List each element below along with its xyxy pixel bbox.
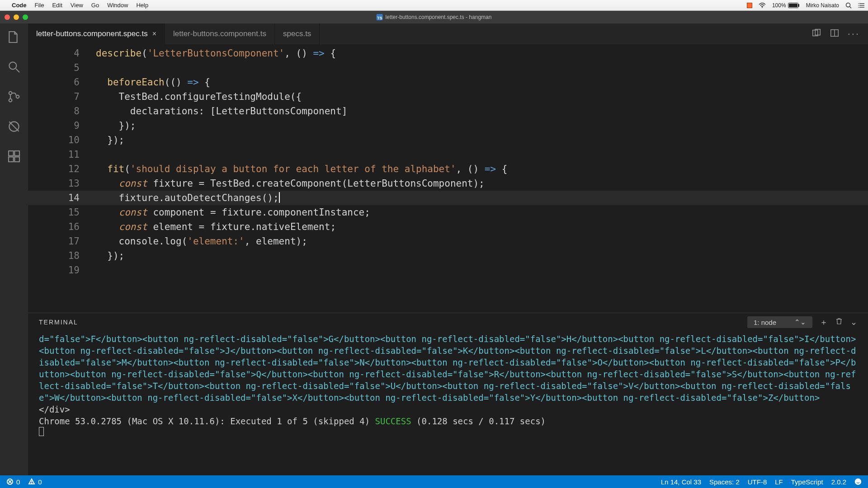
code-line[interactable]: 12 fit('should display a button for each… [28,162,868,176]
code-line[interactable]: 19 [28,263,868,277]
code-line[interactable]: 9 }); [28,118,868,133]
activity-extensions-icon[interactable] [7,149,21,165]
spotlight-icon[interactable] [845,2,852,9]
svg-point-32 [855,479,861,485]
code-line[interactable]: 4describe('LetterButtonsComponent', () =… [28,46,868,61]
menu-edit[interactable]: Edit [52,2,62,9]
activity-search-icon[interactable] [7,60,21,76]
line-number: 4 [28,46,96,61]
mac-menu-bar: Code File Edit View Go Window Help 100% … [0,0,868,11]
line-number: 9 [28,118,96,133]
line-number: 18 [28,249,96,263]
line-number: 5 [28,61,96,75]
window-close-icon[interactable] [5,14,10,20]
code-line[interactable]: 18 }); [28,249,868,263]
status-eol[interactable]: LF [775,478,783,486]
split-editor-icon[interactable] [830,28,840,40]
status-errors[interactable]: 0 [6,478,20,486]
activity-debug-icon[interactable] [7,119,21,136]
menu-window[interactable]: Window [107,2,128,9]
status-spaces[interactable]: Spaces: 2 [709,478,740,486]
svg-point-11 [858,7,859,8]
line-number: 19 [28,263,96,277]
window-minimize-icon[interactable] [14,14,19,20]
status-bar: 0 0 Ln 14, Col 33 Spaces: 2 UTF-8 LF Typ… [0,475,868,488]
line-number: 17 [28,234,96,249]
svg-point-12 [9,62,16,69]
terminal-kill-icon[interactable] [828,317,843,327]
activity-explorer-icon[interactable] [7,30,21,46]
tab-close-icon[interactable]: × [152,30,156,38]
svg-point-4 [846,3,850,7]
code-line[interactable]: 17 console.log('element:', element); [28,234,868,249]
code-line[interactable]: 7 TestBed.configureTestingModule({ [28,89,868,104]
code-line[interactable]: 15 const component = fixture.componentIn… [28,205,868,220]
terminal-new-icon[interactable]: ＋ [820,317,828,328]
svg-point-33 [857,480,858,481]
panel-toggle-icon[interactable]: ⌄ [850,317,857,327]
code-line[interactable]: 10 }); [28,133,868,147]
menu-app[interactable]: Code [12,2,27,9]
line-number: 11 [28,147,96,162]
battery-status[interactable]: 100% [772,2,800,9]
code-content: fixture.autoDetectChanges(); [96,191,280,205]
code-line[interactable]: 5 [28,61,868,75]
tab-specs[interactable]: specs.ts [275,23,320,44]
status-warnings[interactable]: 0 [28,478,42,486]
terminal-output[interactable]: d="false">F</button><button ng-reflect-d… [28,331,868,475]
more-actions-icon[interactable]: ··· [848,28,860,40]
wifi-icon[interactable] [759,3,766,8]
window-zoom-icon[interactable] [23,14,28,20]
code-content: declarations: [LetterButtonsComponent] [96,104,347,118]
code-line[interactable]: 6 beforeEach(() => { [28,75,868,89]
code-content: }); [96,133,124,147]
tab-bar: letter-buttons.component.spec.ts × lette… [28,23,868,44]
line-number: 15 [28,205,96,220]
svg-rect-3 [798,4,799,7]
status-encoding[interactable]: UTF-8 [748,478,767,486]
status-language[interactable]: TypeScript [791,478,823,486]
code-content: const element = fixture.nativeElement; [96,220,336,234]
menu-go[interactable]: Go [91,2,99,9]
svg-rect-22 [14,157,19,162]
code-line[interactable]: 13 const fixture = TestBed.createCompone… [28,176,868,191]
menu-help[interactable]: Help [136,2,148,9]
tab-component[interactable]: letter-buttons.component.ts [165,23,275,44]
code-content: beforeEach(() => { [96,75,210,89]
panel-tab-terminal[interactable]: TERMINAL [39,319,78,326]
tab-label: letter-buttons.component.spec.ts [36,29,148,38]
menu-view[interactable]: View [71,2,83,9]
line-number: 12 [28,162,96,176]
tab-label: letter-buttons.component.ts [173,29,266,38]
menu-user[interactable]: Mirko Naisato [806,2,839,9]
line-number: 16 [28,220,96,234]
panel: TERMINAL 1: node ⌃⌄ ＋ ⌄ d="false">F</but… [28,313,868,475]
tab-spec[interactable]: letter-buttons.component.spec.ts × [28,23,165,44]
terminal-select[interactable]: 1: node ⌃⌄ [747,316,812,328]
file-type-icon: TS [377,14,383,20]
status-feedback-icon[interactable] [854,478,862,485]
code-line[interactable]: 8 declarations: [LetterButtonsComponent] [28,104,868,118]
line-number: 14 [28,191,96,205]
line-number: 10 [28,133,96,147]
window-title: letter-buttons.component.spec.ts - hangm… [386,14,492,20]
code-line[interactable]: 16 const element = fixture.nativeElement… [28,220,868,234]
compare-changes-icon[interactable] [811,28,821,40]
recording-indicator-icon [747,3,752,8]
menu-list-icon[interactable] [858,3,864,8]
svg-rect-19 [9,151,14,156]
code-content: describe('LetterButtonsComponent', () =>… [96,46,336,61]
code-editor[interactable]: 4describe('LetterButtonsComponent', () =… [28,44,868,313]
line-number: 7 [28,89,96,104]
status-version[interactable]: 2.0.2 [831,478,846,486]
activity-scm-icon[interactable] [7,89,21,106]
status-cursor[interactable]: Ln 14, Col 33 [661,478,701,486]
menu-file[interactable]: File [35,2,44,9]
code-content: const component = fixture.componentInsta… [96,205,370,220]
svg-point-10 [858,5,859,6]
code-content: TestBed.configureTestingModule({ [96,89,302,104]
code-line[interactable]: 14 fixture.autoDetectChanges(); [28,191,868,205]
tab-label: specs.ts [283,29,311,38]
code-line[interactable]: 11 [28,147,868,162]
code-content: }); [96,249,124,263]
